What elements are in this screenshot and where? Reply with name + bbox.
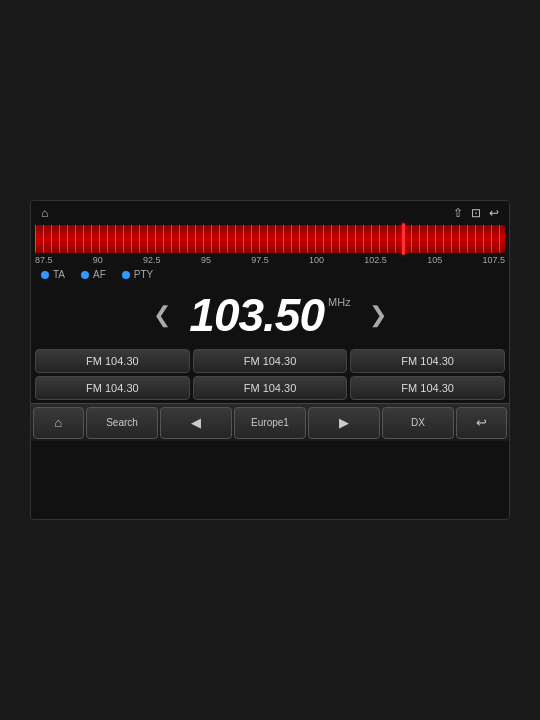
frequency-numbers: 87.5 90 92.5 95 97.5 100 102.5 105 107.5 bbox=[31, 253, 509, 267]
search-label: Search bbox=[106, 417, 138, 428]
search-button[interactable]: Search bbox=[86, 407, 158, 439]
preset-4[interactable]: FM 104.30 bbox=[35, 376, 190, 400]
ta-dot bbox=[41, 271, 49, 279]
frequency-unit: MHz bbox=[328, 296, 351, 308]
freq-down-button[interactable]: ❮ bbox=[143, 302, 181, 328]
dx-label: DX bbox=[411, 417, 425, 428]
current-frequency: 103.50 bbox=[189, 288, 324, 342]
frequency-cursor bbox=[402, 223, 405, 255]
back-status-icon: ↩ bbox=[489, 206, 499, 220]
pty-dot bbox=[122, 271, 130, 279]
back-button[interactable]: ↩ bbox=[456, 407, 507, 439]
up-arrows-icon: ⇧ bbox=[453, 206, 463, 220]
preset-3[interactable]: FM 104.30 bbox=[350, 349, 505, 373]
preset-1[interactable]: FM 104.30 bbox=[35, 349, 190, 373]
status-right: ⇧ ⊡ ↩ bbox=[453, 206, 499, 220]
freq-label-90: 90 bbox=[93, 255, 103, 265]
frequency-readout: 103.50 MHz bbox=[189, 288, 350, 342]
freq-label-975: 97.5 bbox=[251, 255, 269, 265]
freq-label-1025: 102.5 bbox=[364, 255, 387, 265]
freq-label-100: 100 bbox=[309, 255, 324, 265]
home-status-icon: ⌂ bbox=[41, 206, 48, 220]
freq-label-105: 105 bbox=[427, 255, 442, 265]
af-label: AF bbox=[93, 269, 106, 280]
ta-label: TA bbox=[53, 269, 65, 280]
status-bar: ⌂ ⇧ ⊡ ↩ bbox=[31, 201, 509, 225]
prev-icon: ◀ bbox=[191, 415, 201, 430]
ta-option[interactable]: TA bbox=[41, 269, 65, 280]
station-display: Europe1 bbox=[234, 407, 306, 439]
station-name: Europe1 bbox=[251, 417, 289, 428]
af-option[interactable]: AF bbox=[81, 269, 106, 280]
next-button[interactable]: ▶ bbox=[308, 407, 380, 439]
dx-button[interactable]: DX bbox=[382, 407, 454, 439]
next-icon: ▶ bbox=[339, 415, 349, 430]
frequency-scale bbox=[35, 225, 505, 253]
window-icon: ⊡ bbox=[471, 206, 481, 220]
status-left: ⌂ bbox=[41, 206, 48, 220]
ruler-background bbox=[35, 225, 505, 253]
freq-label-875: 87.5 bbox=[35, 255, 53, 265]
preset-6[interactable]: FM 104.30 bbox=[350, 376, 505, 400]
pty-label: PTY bbox=[134, 269, 153, 280]
af-dot bbox=[81, 271, 89, 279]
preset-5[interactable]: FM 104.30 bbox=[193, 376, 348, 400]
freq-label-925: 92.5 bbox=[143, 255, 161, 265]
preset-2[interactable]: FM 104.30 bbox=[193, 349, 348, 373]
radio-screen: ⌂ ⇧ ⊡ ↩ 87.5 90 92.5 95 97.5 100 102.5 1… bbox=[30, 200, 510, 520]
presets-grid: FM 104.30 FM 104.30 FM 104.30 FM 104.30 … bbox=[31, 346, 509, 403]
radio-options: TA AF PTY bbox=[31, 267, 509, 282]
freq-label-1075: 107.5 bbox=[482, 255, 505, 265]
main-frequency-display: ❮ 103.50 MHz ❯ bbox=[31, 282, 509, 346]
prev-button[interactable]: ◀ bbox=[160, 407, 232, 439]
home-button[interactable]: ⌂ bbox=[33, 407, 84, 439]
freq-label-95: 95 bbox=[201, 255, 211, 265]
freq-up-button[interactable]: ❯ bbox=[359, 302, 397, 328]
pty-option[interactable]: PTY bbox=[122, 269, 153, 280]
home-icon: ⌂ bbox=[55, 415, 63, 430]
bottom-toolbar: ⌂ Search ◀ Europe1 ▶ DX ↩ bbox=[31, 403, 509, 441]
back-icon: ↩ bbox=[476, 415, 487, 430]
